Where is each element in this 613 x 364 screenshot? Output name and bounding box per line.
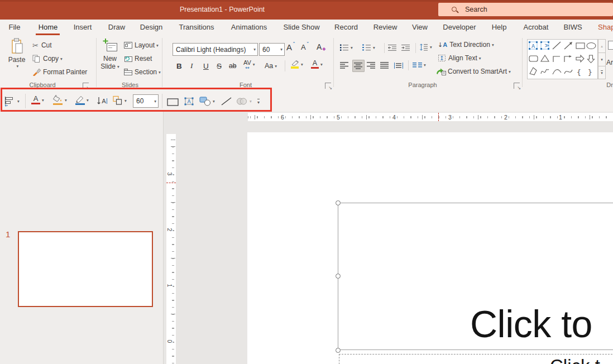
increase-font-size-button[interactable]: A ˆ [286, 42, 295, 52]
justify-button[interactable] [379, 60, 390, 71]
chevron-down-icon: ▾ [213, 99, 215, 104]
line-spacing-button[interactable]: ▾ [419, 42, 432, 52]
bring-forward-button[interactable]: ▾ [112, 95, 127, 106]
shape-outline-button[interactable]: ▾ [75, 95, 89, 105]
text-direction-button[interactable]: ↓A Text Direction ▾ [438, 40, 494, 50]
toolbar-overflow-button[interactable]: ▾ [257, 97, 260, 107]
gallery-more-button[interactable]: ▾ [598, 66, 605, 79]
shapes-gallery[interactable]: A A { } [527, 39, 598, 79]
draw-rectangle-button[interactable] [167, 97, 179, 107]
font-size-combobox[interactable]: 60 ▾ [259, 43, 285, 56]
search-box[interactable]: Search [438, 3, 613, 16]
chevron-down-icon: ▾ [320, 62, 323, 67]
qat-font-size-combobox[interactable]: 60 ▾ [133, 94, 159, 108]
highlight-color-button[interactable]: ▾ [290, 59, 303, 69]
line-shape-icon [553, 42, 561, 49]
section-button[interactable]: Section ▾ [124, 67, 161, 77]
tab-slide-show[interactable]: Slide Show [283, 23, 319, 31]
chevron-down-icon: ▾ [156, 43, 159, 48]
new-slide-button[interactable]: New Slide▾ [98, 38, 122, 70]
columns-button[interactable]: ▾ [413, 60, 426, 70]
change-case-button[interactable]: Aa ▾ [265, 61, 277, 71]
gallery-scroll-up-button[interactable]: ▴ [598, 40, 605, 53]
tab-record[interactable]: Record [334, 23, 358, 31]
subtitle-placeholder-text[interactable]: Click t [550, 356, 600, 364]
layout-button[interactable]: Layout ▾ [124, 40, 159, 50]
text-box-shape-icon: A [529, 41, 538, 50]
align-text-icon [438, 54, 446, 62]
tab-shape-format[interactable]: Shap [598, 23, 613, 31]
font-dialog-launcher[interactable]: ↘ [325, 83, 331, 89]
align-text-button[interactable]: Align Text ▾ [438, 53, 481, 63]
clipboard-dialog-launcher[interactable]: ↘ [83, 83, 89, 89]
merge-shapes-icon [236, 97, 248, 106]
tab-animations[interactable]: Animations [231, 23, 267, 31]
character-spacing-button[interactable]: AV↔ ▾ [243, 59, 255, 69]
merge-shapes-button[interactable]: ▾ [236, 96, 252, 106]
decrease-indent-button[interactable] [387, 42, 397, 52]
tab-biws[interactable]: BIWS [563, 23, 582, 31]
tab-acrobat[interactable]: Acrobat [524, 23, 549, 31]
separator [285, 60, 285, 71]
resize-handle-middle-left[interactable] [336, 274, 341, 279]
qat-font-color-button[interactable]: A ▾ [31, 95, 44, 105]
numbering-icon [362, 44, 371, 51]
font-color-button[interactable]: A ▾ [311, 59, 323, 69]
tab-design[interactable]: Design [140, 23, 162, 31]
tab-draw[interactable]: Draw [108, 23, 125, 31]
cut-button[interactable]: ✂ Cut [32, 40, 52, 50]
slide-thumbnail[interactable] [18, 231, 153, 307]
slide-thumbnail-panel: 1 [0, 112, 164, 364]
tab-developer[interactable]: Developer [443, 23, 476, 31]
distribute-text-button[interactable] [392, 60, 405, 71]
slide-canvas[interactable]: Click to Click t [247, 132, 613, 364]
tab-insert[interactable]: Insert [74, 23, 92, 31]
decrease-font-size-button[interactable]: A ˇ [301, 42, 309, 52]
increase-indent-button[interactable] [401, 42, 410, 52]
convert-to-smartart-button[interactable]: Convert to SmartArt ▾ [436, 66, 511, 76]
clear-formatting-button[interactable]: A ◆ [317, 42, 326, 52]
draw-text-box-button[interactable]: A [184, 96, 194, 106]
gallery-scroll-down-button[interactable]: ▾ [598, 53, 605, 66]
tab-view[interactable]: View [412, 23, 428, 31]
resize-handle-bottom-left[interactable] [336, 348, 341, 353]
align-objects-button[interactable]: ▾ [3, 96, 20, 106]
numbering-button[interactable]: ▾ [362, 42, 375, 52]
align-left-button[interactable] [339, 60, 350, 71]
shape-fill-button[interactable]: ▾ [52, 95, 67, 105]
title-placeholder-text[interactable]: Click to [470, 303, 592, 345]
shrink-font-letter: A [301, 43, 306, 51]
quick-access-toolbar: ▾ A ▾ ▾ ▾ A ▾ 60 ▾ A ▾ ▾ ▾ [0, 91, 613, 112]
tab-transitions[interactable]: Transitions [179, 23, 214, 31]
reset-button[interactable]: Reset [124, 54, 152, 64]
bullets-button[interactable]: ▾ [339, 42, 353, 52]
paragraph-dialog-launcher[interactable]: ↘ [514, 83, 520, 89]
format-painter-button[interactable]: Format Painter [32, 67, 87, 77]
strike-ab-button[interactable]: ab [229, 61, 236, 71]
ruler-number: 1 [558, 114, 563, 121]
font-name-combobox[interactable]: Calibri Light (Headings) ▾ [173, 43, 258, 56]
underline-button[interactable]: U [203, 61, 209, 71]
tab-home[interactable]: Home [39, 23, 58, 31]
italic-button[interactable]: I [190, 61, 193, 71]
align-left-icon [340, 62, 349, 69]
change-shape-button[interactable]: ▾ [199, 96, 215, 106]
paste-button[interactable]: Paste ▾ [4, 38, 29, 69]
chevron-down-icon: ▾ [117, 64, 119, 69]
outline-pen-icon [75, 95, 85, 103]
arrange-icon[interactable] [608, 41, 613, 50]
resize-handle-top-left[interactable] [336, 200, 341, 205]
draw-line-button[interactable] [221, 96, 232, 106]
tab-file[interactable]: File [9, 23, 21, 31]
tab-help[interactable]: Help [492, 23, 507, 31]
strikethrough-button[interactable]: S [217, 61, 222, 71]
outline-color-bar [75, 103, 85, 106]
line-spacing-icon [419, 43, 428, 51]
tab-review[interactable]: Review [373, 23, 398, 31]
align-center-button[interactable] [352, 60, 365, 72]
align-right-button[interactable] [366, 60, 377, 71]
qat-text-direction-button[interactable]: A [97, 96, 108, 106]
horizontal-ruler: 6 5 4 3 2 1 [248, 113, 613, 121]
copy-button[interactable]: Copy ▾ [32, 54, 63, 64]
bold-button[interactable]: B [176, 61, 182, 71]
